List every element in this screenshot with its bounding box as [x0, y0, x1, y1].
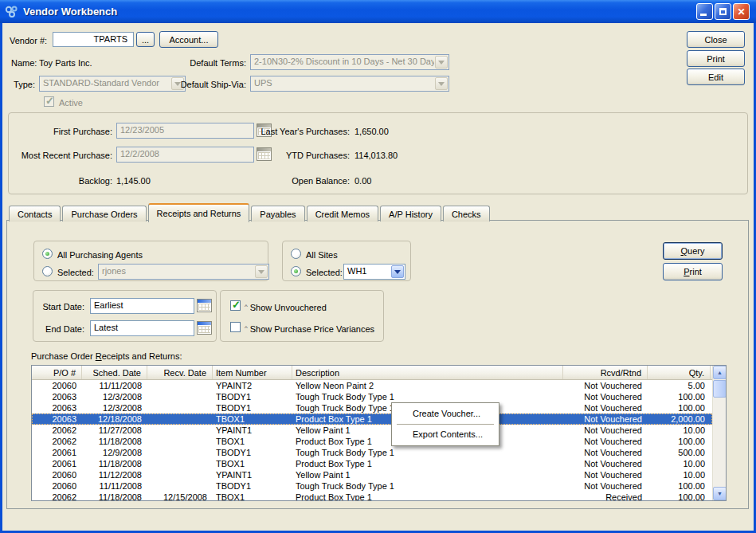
app-icon	[5, 5, 18, 18]
cell-qty: 100.00	[648, 437, 711, 446]
tab-a-p-history[interactable]: A/P History	[380, 206, 441, 221]
cell-sched-date: 11/11/2008	[82, 381, 147, 390]
menu-item-create-voucher[interactable]: Create Voucher...	[392, 405, 499, 423]
calendar-icon[interactable]	[197, 299, 212, 312]
table-row[interactable]: 2006011/12/2008YPAINT1Yellow Paint 1Not …	[32, 469, 712, 480]
scroll-up-icon[interactable]: ▲	[713, 366, 727, 379]
cell-qty: 100.00	[648, 481, 711, 491]
cell-rcvd-rtnd: Not Vouchered	[563, 381, 648, 390]
tab-checks[interactable]: Checks	[443, 206, 490, 221]
table-header: P/O #Sched. DateRecv. DateItem NumberDes…	[32, 366, 712, 380]
close-window-icon[interactable]: ✕	[733, 3, 750, 20]
edit-button[interactable]: Edit	[687, 69, 745, 85]
chevron-down-icon	[435, 56, 448, 69]
vertical-scrollbar[interactable]: ▲ ▼	[712, 366, 726, 500]
name-label: Name:	[11, 57, 37, 69]
column-header-qty[interactable]: Qty.	[648, 366, 711, 379]
tab-receipts-and-returns[interactable]: Receipts and Returns	[148, 203, 250, 222]
cell-qty: 100.00	[648, 492, 711, 500]
cell-item-number: TBOX1	[213, 492, 292, 500]
query-button[interactable]: Query	[663, 242, 723, 260]
agent-dropdown: rjones	[98, 264, 269, 280]
table-row[interactable]: 2006312/18/2008TBOX1Product Box Type 1No…	[32, 413, 712, 425]
table-row[interactable]: 2006211/27/2008YPAINT1Yellow Paint 1Not …	[32, 425, 712, 436]
cell-po-number: 20060	[32, 470, 82, 480]
table-row[interactable]: 2006011/11/2008TBODY1Tough Truck Body Ty…	[32, 480, 712, 492]
cell-po-number: 20063	[32, 392, 82, 402]
tab-contacts[interactable]: Contacts	[9, 206, 61, 221]
cell-po-number: 20062	[32, 425, 82, 435]
close-button[interactable]: Close	[687, 31, 745, 48]
maximize-icon[interactable]	[715, 3, 731, 20]
table-body: 2006011/11/2008YPAINT2Yellow Neon Paint …	[32, 380, 712, 500]
menu-item-export-contents[interactable]: Export Contents...	[392, 425, 499, 444]
minimize-icon[interactable]	[696, 3, 713, 20]
default-ship-via-dropdown: UPS	[250, 76, 449, 92]
column-header-sched-date[interactable]: Sched. Date	[82, 366, 147, 379]
receipts-and-returns-panel: All Purchasing Agents Selected: rjones A…	[6, 220, 749, 509]
cell-po-number: 20063	[32, 403, 82, 413]
cell-po-number: 20062	[32, 437, 82, 446]
table-row[interactable]: 2006211/18/200812/15/2008TBOX1Product Bo…	[32, 492, 712, 500]
cell-item-number: TBOX1	[213, 414, 292, 424]
cell-description: Yellow Neon Paint 2	[292, 381, 563, 390]
cell-po-number: 20060	[32, 481, 82, 491]
column-header-rcvd-rtnd[interactable]: Rcvd/Rtnd	[563, 366, 648, 379]
cell-rcvd-rtnd: Not Vouchered	[563, 481, 648, 491]
last-year-purchases-label: Last Year's Purchases:	[192, 126, 350, 137]
cell-sched-date: 11/18/2008	[82, 459, 147, 468]
end-date-input[interactable]: Latest	[90, 320, 194, 336]
default-terms-dropdown: 2-10N30-2% Discount in 10 Days - Net 30 …	[250, 54, 449, 70]
default-ship-via-label: Default Ship-Via:	[122, 79, 246, 90]
table-row[interactable]: 2006111/18/2008TBOX1Product Box Type 1No…	[32, 458, 712, 469]
tab-payables[interactable]: Payables	[251, 206, 304, 221]
all-purchasing-agents-radio[interactable]	[42, 249, 53, 259]
cell-sched-date: 11/18/2008	[82, 492, 147, 500]
column-header-recv-date[interactable]: Recv. Date	[147, 366, 213, 379]
table-row[interactable]: 2006011/11/2008YPAINT2Yellow Neon Paint …	[32, 380, 712, 391]
purchase-summary-panel: First Purchase: 12/23/2005 Last Year's P…	[8, 112, 748, 194]
print-results-button[interactable]: Print	[663, 263, 723, 280]
scrollbar-thumb[interactable]	[713, 380, 727, 398]
most-recent-purchase-label: Most Recent Purchase:	[9, 150, 112, 161]
show-purchase-price-variances-checkbox[interactable]	[230, 322, 241, 332]
selected-agent-radio[interactable]	[42, 266, 53, 276]
cell-description: Tough Truck Body Type 1	[292, 481, 563, 491]
cell-sched-date: 11/27/2008	[82, 425, 147, 435]
table-row[interactable]: 2006312/3/2008TBODY1Tough Truck Body Typ…	[32, 391, 712, 402]
cell-qty: 10.00	[648, 425, 711, 435]
title-bar[interactable]: Vendor Workbench ✕	[0, 0, 756, 23]
print-button[interactable]: Print	[687, 50, 745, 67]
chevron-down-icon	[255, 265, 268, 278]
cell-item-number: TBODY1	[213, 403, 292, 413]
table-row[interactable]: 2006211/18/2008TBOX1Product Box Type 1No…	[32, 436, 712, 447]
cell-rcvd-rtnd: Not Vouchered	[563, 437, 648, 446]
column-header-item-number[interactable]: Item Number	[213, 366, 292, 379]
scroll-down-icon[interactable]: ▼	[713, 487, 727, 500]
vendor-number-input[interactable]: TPARTS	[53, 32, 134, 47]
show-unvouchered-checkbox[interactable]	[230, 300, 241, 311]
open-balance-label: Open Balance:	[192, 175, 350, 186]
all-sites-radio[interactable]	[291, 249, 301, 259]
cell-qty: 100.00	[648, 403, 711, 413]
table-row[interactable]: 2006312/3/2008TBODY1Tough Truck Body Typ…	[32, 402, 712, 413]
account-button[interactable]: Account...	[159, 31, 218, 48]
table-row[interactable]: 2006112/9/2008TBODY1Tough Truck Body Typ…	[32, 447, 712, 458]
show-unvouchered-label: ^Show Unvouchered	[245, 301, 327, 313]
site-dropdown[interactable]: WH1	[343, 264, 405, 280]
cell-description: Tough Truck Body Type 1	[292, 392, 563, 402]
selected-agent-label: Selected:	[57, 267, 94, 278]
vendor-browse-button[interactable]: ...	[136, 32, 155, 47]
chevron-down-icon	[435, 77, 448, 90]
ytd-purchases-label: YTD Purchases:	[192, 150, 350, 161]
calendar-icon[interactable]	[197, 321, 212, 335]
backlog-label: Backlog:	[9, 175, 112, 186]
column-header-description[interactable]: Description	[292, 366, 563, 379]
show-options-group: ^Show Unvouchered ^Show Purchase Price V…	[220, 290, 384, 342]
tab-purchase-orders[interactable]: Purchase Orders	[62, 206, 146, 221]
start-date-input[interactable]: Earliest	[90, 298, 194, 314]
tab-credit-memos[interactable]: Credit Memos	[307, 206, 378, 221]
column-header-po-number[interactable]: P/O #	[32, 366, 82, 379]
default-terms-label: Default Terms:	[122, 57, 246, 69]
selected-site-radio[interactable]	[291, 266, 301, 276]
